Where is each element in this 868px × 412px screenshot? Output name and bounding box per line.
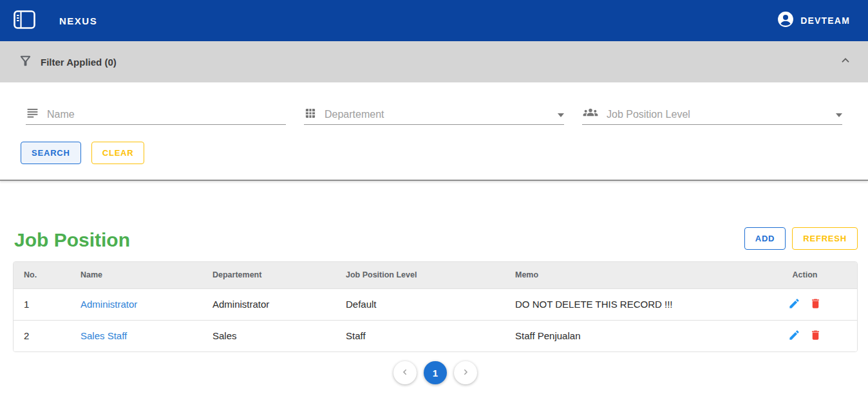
user-name: DEVTEAM	[800, 15, 850, 26]
col-header-action: Action	[753, 262, 857, 288]
content-header: Job Position ADD REFRESH	[13, 227, 858, 251]
edit-button[interactable]	[788, 329, 800, 343]
col-header-memo: Memo	[505, 262, 753, 288]
next-page-button[interactable]	[454, 361, 477, 384]
filter-funnel-icon	[18, 53, 33, 71]
pagination: 1	[13, 361, 858, 384]
cell-level: Staff	[335, 320, 505, 351]
account-circle-icon	[777, 11, 794, 30]
departement-select-value[interactable]: Departement	[325, 109, 550, 120]
row-actions	[763, 321, 847, 351]
col-header-no: No.	[14, 262, 70, 288]
filter-fields-row: Departement Job Position Level	[21, 97, 842, 125]
user-menu[interactable]: DEVTEAM	[777, 11, 850, 30]
search-button[interactable]: SEARCH	[21, 142, 81, 164]
sidebar-toggle-button[interactable]	[10, 8, 39, 33]
edit-pencil-icon	[788, 297, 800, 312]
name-input[interactable]	[47, 109, 286, 120]
clear-button[interactable]: CLEAR	[91, 142, 145, 164]
table-row: 2 Sales Staff Sales Staff Staff Penjuala…	[14, 320, 857, 351]
dropdown-arrow-icon[interactable]	[836, 113, 842, 117]
text-lines-icon	[26, 106, 39, 120]
chevron-right-icon	[460, 367, 471, 379]
cell-level: Default	[335, 288, 505, 320]
page-1-button[interactable]: 1	[424, 361, 447, 384]
app-brand: NEXUS	[59, 15, 97, 26]
cell-departement: Administrator	[202, 288, 335, 320]
page-title: Job Position	[14, 229, 130, 251]
edit-button[interactable]	[788, 297, 800, 312]
cell-memo: Staff Penjualan	[505, 320, 753, 351]
sidebar-toggle-icon	[14, 10, 35, 31]
col-header-level: Job Position Level	[335, 262, 505, 288]
top-app-bar: NEXUS DEVTEAM	[0, 0, 868, 41]
filter-header-bar[interactable]: Filter Applied (0)	[0, 41, 868, 82]
department-grid-icon	[304, 107, 317, 120]
main-content: Job Position ADD REFRESH No. Name Depart…	[0, 227, 868, 384]
job-position-level-select[interactable]: Job Position Level	[582, 97, 842, 125]
cell-memo: DO NOT DELETE THIS RECORD !!!	[505, 288, 753, 320]
row-name-link[interactable]: Administrator	[80, 299, 137, 310]
edit-pencil-icon	[788, 329, 800, 343]
chevron-left-icon	[400, 367, 410, 379]
refresh-button[interactable]: REFRESH	[792, 227, 858, 250]
cell-no: 1	[14, 288, 70, 320]
col-header-name: Name	[70, 262, 202, 288]
content-header-actions: ADD REFRESH	[744, 227, 858, 251]
delete-button[interactable]	[809, 329, 822, 343]
dropdown-arrow-icon[interactable]	[558, 113, 564, 117]
row-name-link[interactable]: Sales Staff	[80, 330, 127, 341]
job-position-level-select-value[interactable]: Job Position Level	[607, 109, 828, 120]
departement-select[interactable]: Departement	[304, 97, 564, 125]
cell-no: 2	[14, 320, 70, 351]
filter-actions: SEARCH CLEAR	[21, 142, 842, 164]
prev-page-button[interactable]	[393, 361, 417, 384]
filter-panel: Departement Job Position Level SEARCH CL…	[0, 82, 868, 181]
delete-trash-icon	[809, 297, 822, 312]
delete-button[interactable]	[809, 297, 822, 312]
collapse-chevron-up-icon[interactable]	[838, 53, 853, 70]
col-header-departement: Departement	[202, 262, 335, 288]
table-header-row: No. Name Departement Job Position Level …	[14, 262, 857, 288]
row-actions	[763, 289, 847, 320]
add-button[interactable]: ADD	[744, 227, 786, 250]
name-field[interactable]	[26, 97, 286, 125]
job-position-table: No. Name Departement Job Position Level …	[13, 261, 858, 352]
delete-trash-icon	[809, 329, 822, 343]
filter-title: Filter Applied (0)	[41, 57, 117, 68]
cell-departement: Sales	[202, 320, 335, 351]
groups-icon	[582, 106, 599, 120]
table-row: 1 Administrator Administrator Default DO…	[14, 288, 857, 320]
